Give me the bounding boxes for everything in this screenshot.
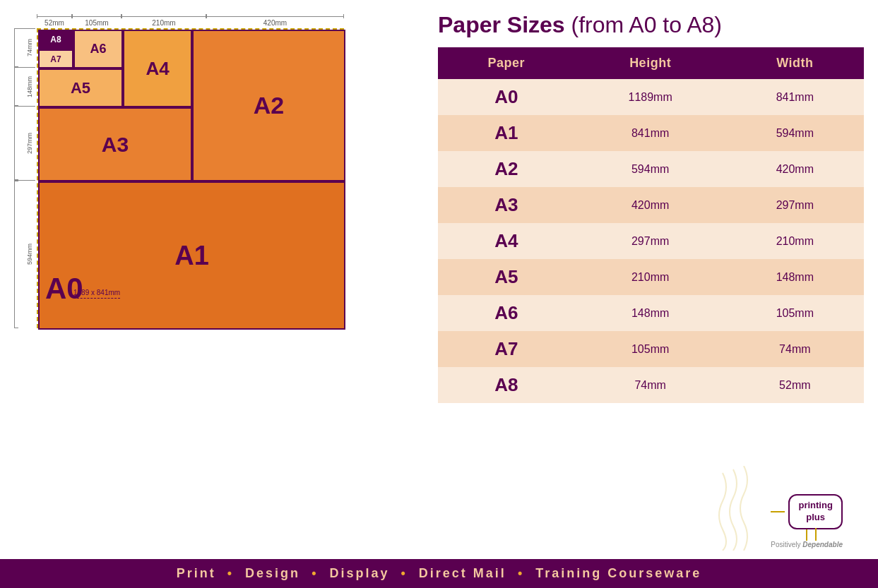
col-header-width: Width [726,47,864,79]
cell-paper-A4: A4 [438,223,575,259]
cell-width-A5: 148mm [726,259,864,295]
table-row: A1841mm594mm [438,115,864,151]
a6-box: A6 [73,30,123,68]
table-header-row: Paper Height Width [438,47,864,79]
footer-item-2: Design [245,566,300,580]
ruler-side-1: 74mm [26,39,33,56]
cell-height-A2: 594mm [575,151,726,187]
ruler-top-1: 52mm [45,19,64,27]
footer-bar: Print • Design • Display • Direct Mail •… [0,559,878,588]
logo-box: printing plus [788,494,842,529]
a3-box: A3 [38,107,192,181]
ruler-top-3: 210mm [152,19,175,27]
page-title: Paper Sizes (from A0 to A8) [438,13,864,37]
a1-box: A1 [38,181,345,330]
footer-item-4: Direct Mail [419,566,506,580]
cell-width-A1: 594mm [726,115,864,151]
footer-dot-1: • [227,566,234,580]
ruler-side-2: 148mm [26,76,33,97]
cell-height-A4: 297mm [575,223,726,259]
table-row: A2594mm420mm [438,151,864,187]
cell-paper-A7: A7 [438,331,575,367]
table-row: A3420mm297mm [438,187,864,223]
table-row: A4297mm210mm [438,223,864,259]
cell-paper-A0: A0 [438,79,575,115]
cell-paper-A3: A3 [438,187,575,223]
footer-dot-2: • [312,566,318,580]
cell-height-A7: 105mm [575,331,726,367]
footer-dot-4: • [518,566,524,580]
cell-height-A8: 74mm [575,367,726,403]
table-row: A7105mm74mm [438,331,864,367]
cell-paper-A5: A5 [438,259,575,295]
a4-box: A4 [123,30,192,107]
cell-paper-A1: A1 [438,115,575,151]
logo-tagline: Positively Dependable [771,541,843,548]
col-header-height: Height [575,47,726,79]
a2-box: A2 [192,30,345,181]
cell-paper-A2: A2 [438,151,575,187]
a7-box: A7 [38,49,73,68]
cell-width-A3: 297mm [726,187,864,223]
cell-width-A6: 105mm [726,295,864,331]
logo-area: printing plus Positively Dependable [438,494,864,552]
cell-width-A4: 210mm [726,223,864,259]
footer-item-1: Print [177,566,216,580]
cell-height-A3: 420mm [575,187,726,223]
footer-dot-3: • [401,566,408,580]
table-row: A5210mm148mm [438,259,864,295]
ruler-side-3: 297mm [26,133,33,154]
cell-paper-A6: A6 [438,295,575,331]
cell-height-A1: 841mm [575,115,726,151]
cell-height-A6: 148mm [575,295,726,331]
cell-height-A0: 1189mm [575,79,726,115]
cell-width-A2: 420mm [726,151,864,187]
a0-sublabel: 1189 x 841mm [73,289,120,299]
footer-item-3: Display [329,566,389,580]
table-section: Paper Sizes (from A0 to A8) Paper Height… [438,13,864,552]
footer-item-5: Training Courseware [535,566,701,580]
cell-width-A8: 52mm [726,367,864,403]
ruler-side-4: 594mm [26,244,33,265]
cell-width-A7: 74mm [726,331,864,367]
cell-width-A0: 841mm [726,79,864,115]
ruler-top-2: 105mm [85,19,108,27]
table-row: A01189mm841mm [438,79,864,115]
ruler-top-4: 420mm [263,19,287,27]
cell-height-A5: 210mm [575,259,726,295]
paper-sizes-table: Paper Height Width A01189mm841mmA1841mm5… [438,47,864,403]
col-header-paper: Paper [438,47,575,79]
cell-paper-A8: A8 [438,367,575,403]
table-row: A874mm52mm [438,367,864,403]
diagram-section: 52mm 105mm 210mm 420mm 7 [14,13,424,552]
a8-box: A8 [38,30,73,49]
table-row: A6148mm105mm [438,295,864,331]
a5-box: A5 [38,68,123,107]
